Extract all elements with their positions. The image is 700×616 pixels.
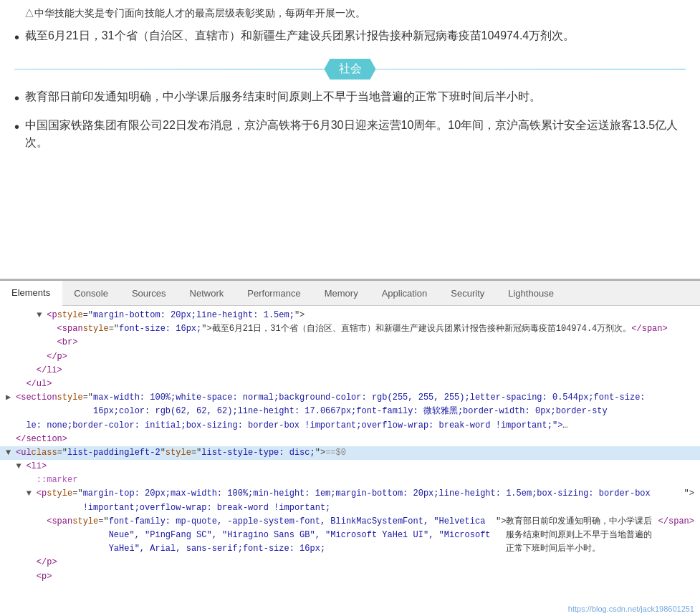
tab-performance-label: Performance	[247, 288, 300, 299]
expand-arrow-10[interactable]: ▼	[16, 460, 26, 473]
devtools-body[interactable]: ▼ <p style="margin-bottom: 20px;line-hei…	[0, 306, 700, 616]
watermark: https://blog.csdn.net/jack198601251	[568, 605, 694, 613]
code-line-13[interactable]: <span style="font-family: mp-quote, -app…	[0, 515, 700, 557]
tab-performance[interactable]: Performance	[236, 281, 312, 305]
divider-line-left	[14, 69, 325, 69]
bullet-item-3: • 中国国家铁路集团有限公司22日发布消息，京沪高铁将于6月30日迎来运营10周…	[14, 117, 686, 151]
tab-network-label: Network	[190, 288, 224, 299]
expand-arrow-7[interactable]: ▶	[6, 391, 16, 418]
webpage-content: △中华技能大奖是专门面向技能人才的最高层级表彰奖励，每两年开展一次。 • 截至6…	[0, 0, 700, 279]
tab-lighthouse-label: Lighthouse	[508, 288, 554, 299]
tab-sources[interactable]: Sources	[120, 281, 178, 305]
code-line-5[interactable]: </li>	[0, 364, 700, 377]
tab-security-label: Security	[451, 288, 484, 299]
bullet-item-2: • 教育部日前印发通知明确，中小学课后服务结束时间原则上不早于当地普遍的正常下班…	[14, 88, 686, 108]
tab-console-label: Console	[74, 288, 108, 299]
expand-arrow-3	[47, 336, 57, 350]
bullet-dot-1: •	[14, 27, 19, 47]
bullet-dot-3: •	[14, 117, 19, 137]
code-tag-1: <p	[47, 309, 57, 322]
bullet-text-1: 截至6月21日，31个省（自治区、直辖市）和新疆生产建设兵团累计报告接种新冠病毒…	[25, 27, 575, 44]
tab-memory-label: Memory	[325, 288, 358, 299]
divider-line-right	[376, 69, 686, 69]
tab-console[interactable]: Console	[62, 281, 120, 305]
tab-network[interactable]: Network	[178, 281, 236, 305]
tab-lighthouse[interactable]: Lighthouse	[497, 281, 566, 305]
code-line-9[interactable]: ▼ <ul class="list-paddingleft-2" style="…	[0, 446, 700, 460]
tab-sources-label: Sources	[132, 288, 166, 299]
expand-arrow-1[interactable]: ▼	[37, 309, 47, 322]
bullet-item-1: • 截至6月21日，31个省（自治区、直辖市）和新疆生产建设兵团累计报告接种新冠…	[14, 27, 686, 47]
tab-memory[interactable]: Memory	[313, 281, 370, 305]
code-line-6[interactable]: </ul>	[0, 377, 700, 391]
code-line-3[interactable]: <br>	[0, 336, 700, 350]
code-line-1[interactable]: ▼ <p style="margin-bottom: 20px;line-hei…	[0, 309, 700, 322]
intro-text: △中华技能大奖是专门面向技能人才的最高层级表彰奖励，每两年开展一次。	[14, 7, 686, 20]
bullet-text-2: 教育部日前印发通知明确，中小学课后服务结束时间原则上不早于当地普遍的正常下班时间…	[25, 88, 541, 105]
expand-arrow-9[interactable]: ▼	[6, 446, 16, 460]
tab-security[interactable]: Security	[439, 281, 497, 305]
code-line-8[interactable]: </section>	[0, 433, 700, 446]
code-line-10[interactable]: ▼ <li>	[0, 460, 700, 473]
devtools-panel: Elements Console Sources Network Perform…	[0, 279, 700, 616]
section-label: 社会	[325, 59, 376, 80]
code-line-12[interactable]: ▼ <p style="margin-top: 20px;max-width: …	[0, 487, 700, 514]
code-line-4[interactable]: </p>	[0, 350, 700, 364]
code-line-11[interactable]: ::marker	[0, 473, 700, 487]
code-line-7b[interactable]: le: none;border-color: initial;box-sizin…	[0, 419, 700, 433]
bullet-text-3: 中国国家铁路集团有限公司22日发布消息，京沪高铁将于6月30日迎来运营10周年。…	[25, 117, 686, 151]
tab-elements-label: Elements	[11, 287, 50, 298]
code-line-7[interactable]: ▶ <section style="max-width: 100%;white-…	[0, 391, 700, 418]
tab-elements[interactable]: Elements	[0, 281, 62, 306]
bullet-dot-2: •	[14, 88, 19, 108]
section-divider: 社会	[14, 59, 686, 80]
code-line-14[interactable]: </p>	[0, 556, 700, 569]
expand-arrow-12[interactable]: ▼	[27, 487, 37, 514]
code-line-2[interactable]: <span style="font-size: 16px;">截至6月21日，3…	[0, 322, 700, 336]
tab-application[interactable]: Application	[370, 281, 440, 305]
tab-application-label: Application	[382, 288, 428, 299]
devtools-tabs: Elements Console Sources Network Perform…	[0, 281, 700, 306]
expand-arrow-2	[47, 322, 57, 336]
code-line-15[interactable]: <p>	[0, 570, 700, 584]
